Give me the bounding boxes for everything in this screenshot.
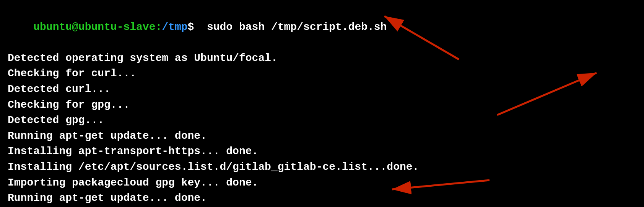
output-line-2: Checking for curl... [8, 66, 636, 82]
output-line-9: Importing packagecloud gpg key... done. [8, 175, 636, 191]
output-line-1: Detected operating system as Ubuntu/foca… [8, 51, 636, 66]
output-line-6: Running apt-get update... done. [8, 128, 636, 144]
output-line-5: Detected gpg... [8, 113, 636, 128]
prompt-dollar: $ [188, 21, 194, 33]
terminal-window: ubuntu@ubuntu-slave:/tmp$ sudo bash /tmp… [0, 0, 644, 207]
prompt-path: /tmp [162, 21, 187, 33]
command-text: sudo bash /tmp/script.deb.sh [194, 21, 387, 33]
prompt-user: ubuntu@ubuntu-slave: [33, 21, 162, 33]
output-line-10: Running apt-get update... done. [8, 191, 636, 206]
output-line-8: Installing /etc/apt/sources.list.d/gitla… [8, 159, 636, 175]
output-line-7: Installing apt-transport-https... done. [8, 144, 636, 159]
command-line: ubuntu@ubuntu-slave:/tmp$ sudo bash /tmp… [8, 4, 636, 51]
output-line-4: Checking for gpg... [8, 97, 636, 113]
output-line-3: Detected curl... [8, 82, 636, 97]
